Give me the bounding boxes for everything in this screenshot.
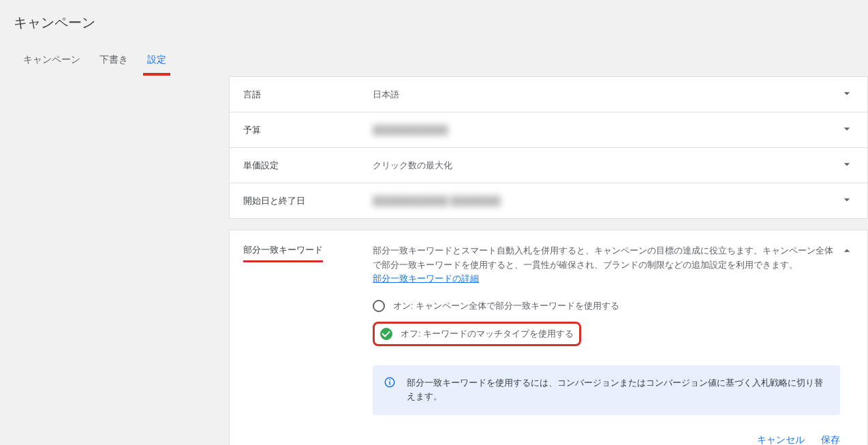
radio-option-off[interactable]: オフ: キーワードのマッチタイプを使用する	[373, 322, 581, 346]
info-text: 部分一致キーワードを使用するには、コンバージョンまたはコンバージョン値に基づく入…	[407, 376, 829, 405]
chevron-up-icon[interactable]	[840, 244, 854, 260]
section-dates-label: 開始日と終了日	[243, 195, 373, 207]
tab-campaigns[interactable]: キャンペーン	[14, 48, 90, 76]
section-budget-label: 予算	[243, 124, 373, 136]
section-budget[interactable]: 予算 ████████████	[229, 112, 868, 148]
tab-drafts[interactable]: 下書き	[90, 48, 138, 76]
chevron-down-icon	[840, 157, 854, 173]
save-button[interactable]: 保存	[821, 431, 840, 445]
tab-settings[interactable]: 設定	[138, 48, 176, 76]
radio-off-label: オフ: キーワードのマッチタイプを使用する	[401, 328, 574, 340]
chevron-down-icon	[840, 122, 854, 138]
section-budget-value: ████████████	[373, 125, 840, 135]
tabs: キャンペーン 下書き 設定	[14, 48, 854, 76]
section-language[interactable]: 言語 日本語	[229, 76, 868, 112]
section-dates-value: ████████████ ████████	[373, 196, 840, 206]
broad-match-details-link[interactable]: 部分一致キーワードの詳細	[373, 273, 479, 283]
info-icon	[384, 376, 396, 388]
section-language-value: 日本語	[373, 89, 840, 101]
radio-on-label: オン: キャンペーン全体で部分一致キーワードを使用する	[393, 300, 619, 312]
svg-rect-2	[389, 379, 390, 380]
chevron-down-icon	[840, 87, 854, 102]
broad-match-description: 部分一致キーワードとスマート自動入札を併用すると、キャンペーンの目標の達成に役立…	[373, 244, 840, 273]
radio-option-on[interactable]: オン: キャンペーン全体で部分一致キーワードを使用する	[373, 297, 840, 315]
section-language-label: 言語	[243, 89, 373, 101]
page-title: キャンペーン	[14, 14, 854, 32]
section-bidding-label: 単価設定	[243, 159, 373, 172]
svg-rect-1	[389, 381, 390, 384]
cancel-button[interactable]: キャンセル	[757, 431, 805, 445]
section-dates[interactable]: 開始日と終了日 ████████████ ████████	[229, 183, 868, 219]
chevron-down-icon	[840, 193, 854, 209]
info-box: 部分一致キーワードを使用するには、コンバージョンまたはコンバージョン値に基づく入…	[373, 365, 840, 416]
radio-icon	[373, 300, 385, 312]
section-bidding[interactable]: 単価設定 クリック数の最大化	[229, 148, 868, 183]
section-broad-match: 部分一致キーワード 部分一致キーワードとスマート自動入札を併用すると、キャンペー…	[229, 230, 868, 445]
broad-match-label: 部分一致キーワード	[243, 244, 373, 262]
radio-checked-icon	[380, 328, 392, 340]
section-bidding-value: クリック数の最大化	[373, 159, 840, 172]
